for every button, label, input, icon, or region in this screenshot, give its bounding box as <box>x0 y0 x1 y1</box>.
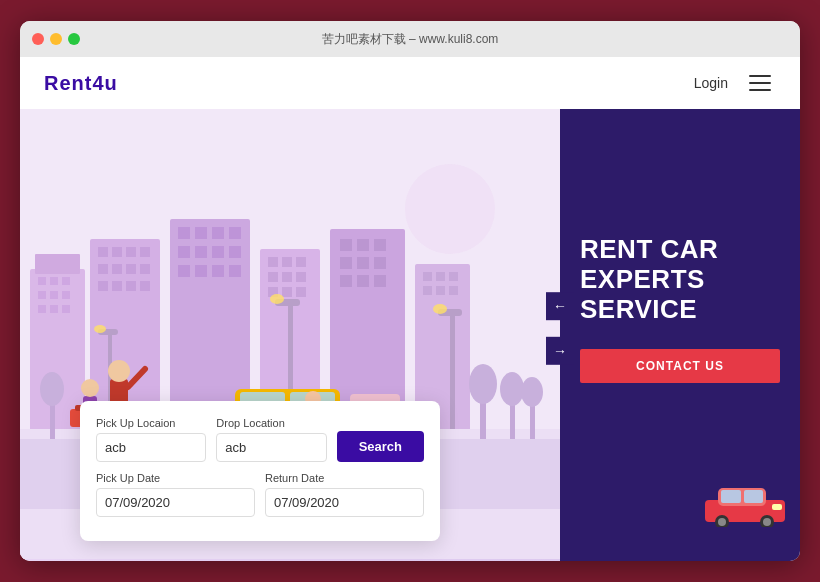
svg-rect-23 <box>112 281 122 291</box>
svg-rect-27 <box>178 227 190 239</box>
svg-rect-16 <box>126 247 136 257</box>
hero-headline-line2: EXPERTS <box>580 264 705 294</box>
hero-headline: RENT CAR EXPERTS SERVICE <box>580 235 780 325</box>
hamburger-line-3 <box>749 89 771 91</box>
svg-rect-57 <box>357 275 369 287</box>
pickup-date-input[interactable] <box>96 488 255 517</box>
svg-rect-64 <box>436 286 445 295</box>
svg-point-84 <box>40 372 64 406</box>
svg-rect-9 <box>62 291 70 299</box>
svg-rect-24 <box>126 281 136 291</box>
svg-rect-33 <box>212 246 224 258</box>
drop-location-label: Drop Location <box>216 417 326 429</box>
svg-rect-18 <box>98 264 108 274</box>
browser-window: 苦力吧素材下载 – www.kuli8.com Rent4u Login <box>20 21 800 561</box>
svg-rect-34 <box>229 246 241 258</box>
logo[interactable]: Rent4u <box>44 72 118 95</box>
svg-rect-35 <box>178 265 190 277</box>
hero-right-panel: ← → RENT CAR EXPERTS SERVICE CONTACT US <box>560 57 800 561</box>
svg-rect-20 <box>126 264 136 274</box>
svg-rect-65 <box>449 286 458 295</box>
svg-rect-63 <box>423 286 432 295</box>
svg-rect-3 <box>35 254 80 274</box>
svg-rect-60 <box>423 272 432 281</box>
svg-rect-37 <box>212 265 224 277</box>
svg-rect-53 <box>340 257 352 269</box>
pickup-date-label: Pick Up Date <box>96 472 255 484</box>
svg-point-123 <box>718 518 726 526</box>
login-button[interactable]: Login <box>694 75 728 91</box>
svg-rect-52 <box>374 239 386 251</box>
svg-rect-17 <box>140 247 150 257</box>
traffic-lights <box>32 33 80 45</box>
maximize-button[interactable] <box>68 33 80 45</box>
hamburger-line-2 <box>749 82 771 84</box>
svg-rect-58 <box>374 275 386 287</box>
svg-point-76 <box>433 304 447 314</box>
pickup-location-group: Pick Up Locaion <box>96 417 206 462</box>
form-row-dates: Pick Up Date Return Date <box>96 472 424 517</box>
svg-rect-36 <box>195 265 207 277</box>
svg-rect-4 <box>38 277 46 285</box>
minimize-button[interactable] <box>50 33 62 45</box>
svg-rect-121 <box>744 490 763 503</box>
browser-title: 苦力吧素材下载 – www.kuli8.com <box>322 31 499 48</box>
pickup-location-input[interactable] <box>96 433 206 462</box>
arrow-left-icon: ← <box>553 298 567 314</box>
hamburger-line-1 <box>749 75 771 77</box>
svg-rect-30 <box>229 227 241 239</box>
return-date-label: Return Date <box>265 472 424 484</box>
svg-point-108 <box>108 360 130 382</box>
hamburger-menu[interactable] <box>744 67 776 99</box>
svg-rect-74 <box>450 309 455 429</box>
carousel-prev-button[interactable]: ← <box>546 292 574 320</box>
svg-rect-61 <box>436 272 445 281</box>
browser-content: Rent4u Login <box>20 57 800 561</box>
contact-us-button[interactable]: CONTACT US <box>580 349 780 383</box>
hero-section: Pick Up Locaion Drop Location Search Pic… <box>20 57 800 561</box>
svg-rect-41 <box>282 257 292 267</box>
svg-rect-7 <box>38 291 46 299</box>
svg-rect-51 <box>357 239 369 251</box>
close-button[interactable] <box>32 33 44 45</box>
svg-rect-120 <box>721 490 741 503</box>
pickup-date-group: Pick Up Date <box>96 472 255 517</box>
svg-point-82 <box>521 377 543 407</box>
svg-rect-10 <box>38 305 46 313</box>
return-date-input[interactable] <box>265 488 424 517</box>
return-date-group: Return Date <box>265 472 424 517</box>
carousel-next-button[interactable]: → <box>546 337 574 365</box>
svg-rect-42 <box>296 257 306 267</box>
small-car-illustration <box>700 482 790 531</box>
svg-rect-62 <box>449 272 458 281</box>
svg-rect-40 <box>268 257 278 267</box>
svg-rect-31 <box>178 246 190 258</box>
svg-point-125 <box>763 518 771 526</box>
arrow-right-icon: → <box>553 343 567 359</box>
search-button[interactable]: Search <box>337 431 424 462</box>
svg-rect-21 <box>140 264 150 274</box>
svg-point-113 <box>81 379 99 397</box>
svg-rect-126 <box>772 504 782 510</box>
svg-rect-19 <box>112 264 122 274</box>
svg-point-78 <box>469 364 497 404</box>
svg-point-73 <box>270 294 284 304</box>
nav-right: Login <box>694 67 776 99</box>
svg-rect-6 <box>62 277 70 285</box>
svg-rect-14 <box>98 247 108 257</box>
hero-illustration: Pick Up Locaion Drop Location Search Pic… <box>20 57 560 561</box>
svg-rect-45 <box>296 272 306 282</box>
svg-point-70 <box>94 325 106 333</box>
hero-headline-line1: RENT CAR <box>580 234 718 264</box>
drop-location-input[interactable] <box>216 433 326 462</box>
svg-point-80 <box>500 372 524 406</box>
pickup-location-label: Pick Up Locaion <box>96 417 206 429</box>
navbar: Rent4u Login <box>20 57 800 109</box>
hero-headline-line3: SERVICE <box>580 294 697 324</box>
svg-rect-15 <box>112 247 122 257</box>
svg-rect-8 <box>50 291 58 299</box>
svg-rect-50 <box>340 239 352 251</box>
svg-rect-12 <box>62 305 70 313</box>
svg-rect-11 <box>50 305 58 313</box>
svg-point-1 <box>405 164 495 254</box>
